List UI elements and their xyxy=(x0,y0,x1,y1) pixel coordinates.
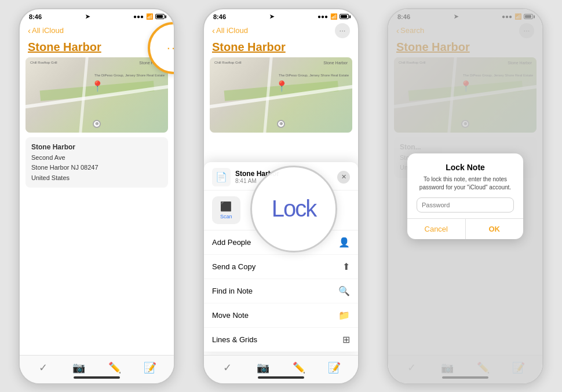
back-label-2: All iCloud xyxy=(216,26,248,35)
lock-dialog-title: Lock Note xyxy=(417,163,514,172)
home-indicator-2 xyxy=(258,376,304,379)
compose-icon-1[interactable]: ✏️ xyxy=(107,360,122,375)
screenshots-container: 8:46 ➤ ●●● 📶 ‹ All iCloud Stone Harbor xyxy=(0,0,562,392)
address-line2-1: Stone Harbor NJ 08247 xyxy=(31,163,162,173)
wifi-icon-1: 📶 xyxy=(146,13,153,20)
checkmark-icon-2[interactable]: ✓ xyxy=(220,360,235,375)
address-title-1: Stone Harbor xyxy=(31,142,162,153)
back-button-2[interactable]: ‹ All iCloud xyxy=(212,25,248,35)
map-bg-1: 📍 Stone Harbor The DiPeso Group, Jersey … xyxy=(25,57,168,133)
lock-circle-overlay: Lock xyxy=(250,166,337,252)
ok-button[interactable]: OK xyxy=(466,219,524,239)
find-in-note-icon: 🔍 xyxy=(338,285,350,296)
location-icon-2: ➤ xyxy=(269,13,274,20)
phone-3: 8:46 ➤ ●●● 📶 ‹ Search ··· Stone Harbor xyxy=(387,8,543,384)
sheet-close-button[interactable]: ✕ xyxy=(337,171,350,184)
password-input[interactable] xyxy=(417,197,514,213)
checkmark-icon-1[interactable]: ✓ xyxy=(36,360,51,375)
phone-1: 8:46 ➤ ●●● 📶 ‹ All iCloud Stone Harbor xyxy=(19,8,175,384)
location-icon: ➤ xyxy=(85,13,90,20)
lock-dialog-buttons: Cancel OK xyxy=(407,218,523,239)
address-line1-1: Second Ave xyxy=(31,153,162,163)
sheet-note-icon: 📄 xyxy=(212,168,231,186)
send-copy-label: Send a Copy xyxy=(212,262,256,271)
lock-text: Lock xyxy=(272,196,316,222)
move-note-icon: 📁 xyxy=(338,310,350,321)
bottom-toolbar-2: ✓ 📷 ✏️ 📝 xyxy=(204,355,358,383)
lines-grids-item[interactable]: Lines & Grids ⊞ xyxy=(204,328,358,352)
status-right-1: ●●● 📶 xyxy=(133,13,165,20)
status-bar-2: 8:46 ➤ ●●● 📶 xyxy=(204,9,358,22)
battery-icon-2 xyxy=(340,14,349,19)
cancel-button[interactable]: Cancel xyxy=(407,219,466,239)
back-button-1[interactable]: ‹ All iCloud xyxy=(28,25,64,35)
time-2: 8:46 xyxy=(213,13,226,20)
map-area-1: 📍 Stone Harbor The DiPeso Group, Jersey … xyxy=(25,57,168,133)
home-indicator-1 xyxy=(74,376,120,379)
time-1: 8:46 xyxy=(29,13,42,20)
lines-grids-icon: ⊞ xyxy=(342,334,350,345)
phone-2: 8:46 ➤ ●●● 📶 ‹ All iCloud ··· Stone Harb… xyxy=(203,8,359,384)
address-line3-1: United States xyxy=(31,173,162,184)
map-area-2: 📍 Stone Harbor The DiPeso Group, Jersey … xyxy=(210,57,352,133)
back-arrow-1: ‹ xyxy=(28,25,31,35)
address-block-1: Stone Harbor Second Ave Stone Harbor NJ … xyxy=(25,137,168,188)
compose-icon-2[interactable]: ✏️ xyxy=(291,360,306,375)
status-bar-1: 8:46 ➤ ●●● 📶 xyxy=(20,9,174,22)
bottom-toolbar-1: ✓ 📷 ✏️ 📝 xyxy=(20,355,174,383)
map-label-2c: Chill Rooftop Grill xyxy=(214,61,346,64)
battery-icon-1 xyxy=(155,14,165,19)
lock-overlay: Lock Note To lock this note, enter the n… xyxy=(388,9,542,383)
find-in-note-item[interactable]: Find in Note 🔍 xyxy=(204,279,358,303)
move-note-item[interactable]: Move Note 📁 xyxy=(204,303,358,328)
wifi-icon-2: 📶 xyxy=(330,13,337,20)
send-copy-icon: ⬆ xyxy=(342,261,350,272)
note-title-2: Stone Harbor xyxy=(204,41,358,57)
lines-grids-label: Lines & Grids xyxy=(212,335,257,344)
signal-icon-2: ●●● xyxy=(318,13,328,20)
new-note-icon-2[interactable]: 📝 xyxy=(327,360,342,375)
map-label-2b: The DiPeso Group, Jersey Shore Real Esta… xyxy=(279,74,349,77)
move-note-label: Move Note xyxy=(212,311,249,320)
lock-dialog-desc: To lock this note, enter the notes passw… xyxy=(417,175,514,192)
status-right-2: ●●● 📶 xyxy=(318,13,349,20)
map-label-1c: Chill Rooftop Grill xyxy=(30,61,162,64)
nav-bar-2: ‹ All iCloud ··· xyxy=(204,22,358,41)
map-circle-1[interactable]: ⊕ xyxy=(93,120,101,128)
map-pin-2: 📍 xyxy=(275,80,288,93)
scan-label: Scan xyxy=(220,214,232,219)
more-button-2[interactable]: ··· xyxy=(335,23,350,38)
signal-icon-1: ●●● xyxy=(133,13,144,20)
send-copy-item[interactable]: Send a Copy ⬆ xyxy=(204,255,358,279)
back-label-1: All iCloud xyxy=(32,26,64,35)
lock-dialog: Lock Note To lock this note, enter the n… xyxy=(407,153,523,239)
scan-button[interactable]: ⬛ Scan xyxy=(212,196,240,224)
map-pin-1: 📍 xyxy=(91,80,104,93)
dots-label: ··· xyxy=(167,41,175,56)
map-label-1b: The DiPeso Group, Jersey Shore Real Esta… xyxy=(94,74,165,77)
add-people-icon: 👤 xyxy=(338,237,350,248)
map-circle-2[interactable]: ⊕ xyxy=(277,120,285,128)
camera-icon-1[interactable]: 📷 xyxy=(71,360,86,375)
add-people-label: Add People xyxy=(212,238,251,247)
scan-icon: ⬛ xyxy=(220,201,232,212)
find-in-note-label: Find in Note xyxy=(212,287,253,295)
new-note-icon-1[interactable]: 📝 xyxy=(143,360,158,375)
camera-icon-2[interactable]: 📷 xyxy=(256,360,271,375)
map-bg-2: 📍 Stone Harbor The DiPeso Group, Jersey … xyxy=(210,57,352,133)
back-arrow-2: ‹ xyxy=(212,25,215,35)
